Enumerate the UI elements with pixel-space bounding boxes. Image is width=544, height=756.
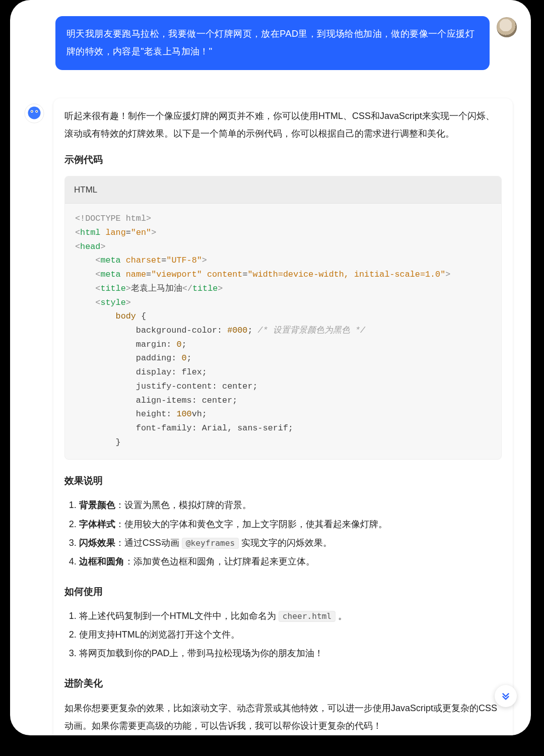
inline-code: cheer.html — [279, 611, 335, 622]
effect-list: 背景颜色：设置为黑色，模拟灯牌的背景。 字体样式：使用较大的字体和黄色文字，加上… — [64, 497, 502, 570]
user-message-bubble: 明天我朋友要跑马拉松，我要做一个灯牌网页，放在PAD里，到现场给他加油，做的要像… — [55, 16, 490, 70]
user-avatar[interactable] — [497, 17, 517, 37]
code-block: HTML <!DOCTYPE html> <html lang="en"> <h… — [64, 176, 502, 460]
heading-how-to-use: 如何使用 — [64, 583, 502, 601]
list-item: 将网页加载到你的PAD上，带到马拉松现场为你的朋友加油！ — [79, 645, 502, 662]
heading-advanced: 进阶美化 — [64, 674, 502, 692]
list-item: 边框和圆角：添加黄色边框和圆角，让灯牌看起来更立体。 — [79, 553, 502, 570]
user-message-row: 明天我朋友要跑马拉松，我要做一个灯牌网页，放在PAD里，到现场给他加油，做的要像… — [24, 16, 517, 70]
svg-point-4 — [31, 111, 32, 112]
chat-area: 明天我朋友要跑马拉松，我要做一个灯牌网页，放在PAD里，到现场给他加油，做的要像… — [10, 0, 531, 735]
code-content[interactable]: <!DOCTYPE html> <html lang="en"> <head> … — [65, 204, 501, 459]
heading-effect-desc: 效果说明 — [64, 472, 502, 490]
list-item: 字体样式：使用较大的字体和黄色文字，加上文字阴影，使其看起来像灯牌。 — [79, 516, 502, 533]
svg-point-5 — [36, 111, 37, 112]
scroll-to-bottom-button[interactable] — [495, 685, 517, 707]
user-message-text: 明天我朋友要跑马拉松，我要做一个灯牌网页，放在PAD里，到现场给他加油，做的要像… — [66, 29, 474, 56]
assistant-avatar — [24, 103, 44, 123]
assistant-intro: 听起来很有趣！制作一个像应援灯牌的网页并不难，你可以使用HTML、CSS和Jav… — [64, 107, 502, 143]
code-language-label: HTML — [65, 176, 501, 204]
svg-point-1 — [28, 106, 41, 119]
assistant-message-bubble: 听起来很有趣！制作一个像应援灯牌的网页并不难，你可以使用HTML、CSS和Jav… — [53, 98, 513, 735]
heading-example-code: 示例代码 — [64, 151, 502, 169]
list-item: 背景颜色：设置为黑色，模拟灯牌的背景。 — [79, 497, 502, 514]
inline-code: @keyframes — [182, 538, 239, 549]
chevron-double-down-icon — [500, 690, 511, 702]
app-window: 明天我朋友要跑马拉松，我要做一个灯牌网页，放在PAD里，到现场给他加油，做的要像… — [10, 0, 531, 735]
list-item: 闪烁效果：通过CSS动画 @keyframes 实现文字的闪烁效果。 — [79, 535, 502, 551]
assistant-message-row: 听起来很有趣！制作一个像应援灯牌的网页并不难，你可以使用HTML、CSS和Jav… — [24, 98, 517, 735]
howto-list: 将上述代码复制到一个HTML文件中，比如命名为 cheer.html 。 使用支… — [64, 608, 502, 662]
list-item: 使用支持HTML的浏览器打开这个文件。 — [79, 626, 502, 643]
list-item: 将上述代码复制到一个HTML文件中，比如命名为 cheer.html 。 — [79, 608, 502, 624]
advanced-paragraph: 如果你想要更复杂的效果，比如滚动文字、动态背景或其他特效，可以进一步使用Java… — [64, 700, 502, 735]
